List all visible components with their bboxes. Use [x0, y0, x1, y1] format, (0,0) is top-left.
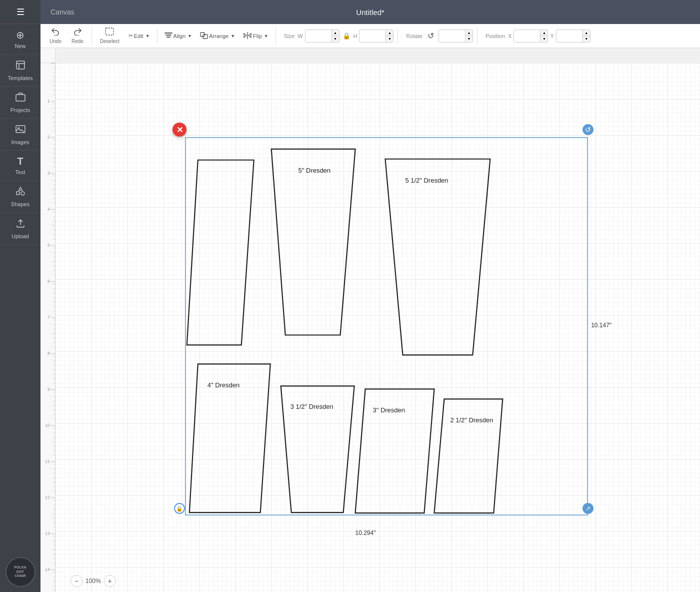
arrange-button[interactable]: Arrange ▼	[197, 30, 238, 42]
height-input-wrap[interactable]: 10.147 ▲ ▼	[359, 30, 394, 43]
lock-handle[interactable]: 🔒	[174, 503, 185, 514]
rotate-input-wrap[interactable]: 0 ▲ ▼	[438, 30, 473, 43]
x-up-button[interactable]: ▲	[540, 30, 548, 36]
position-label: Position	[486, 33, 505, 39]
shape-5inch-label: 5" Dresden	[298, 167, 330, 174]
svg-rect-9	[166, 37, 170, 38]
position-group: Position X 3.629 ▲ ▼ Y 3.774 ▲ ▼	[486, 30, 590, 43]
y-input[interactable]: 3.774	[556, 30, 582, 43]
svg-rect-5	[16, 192, 20, 195]
flip-label: Flip	[253, 33, 262, 39]
y-input-wrap[interactable]: 3.774 ▲ ▼	[556, 30, 590, 43]
svg-rect-1	[16, 95, 25, 101]
svg-rect-6	[106, 28, 114, 35]
text-icon: T	[17, 156, 23, 167]
document-title: Untitled*	[356, 8, 384, 17]
topbar: Canvas Untitled*	[40, 0, 700, 24]
rotate-input[interactable]: 0	[439, 30, 465, 43]
rotate-down-button[interactable]: ▼	[466, 36, 472, 42]
x-down-button[interactable]: ▼	[540, 36, 548, 42]
toolbar-sep-3	[276, 28, 276, 44]
rotate-icon: ↺	[426, 31, 436, 42]
toolbar: Undo Redo Deselect ✂ Edit ▼	[40, 24, 700, 48]
sidebar-item-shapes[interactable]: Shapes	[0, 181, 40, 213]
edit-label: Edit	[134, 33, 144, 39]
sidebar-new-label: New	[14, 43, 26, 49]
sidebar-item-new[interactable]: ⊕ New	[0, 24, 40, 55]
width-input[interactable]: 10.294	[306, 30, 332, 43]
sidebar-item-text[interactable]: T Text	[0, 151, 40, 181]
sidebar-item-projects[interactable]: Projects	[0, 87, 40, 119]
sidebar-item-upload[interactable]: Upload	[0, 213, 40, 245]
rotate-up-button[interactable]: ▲	[466, 30, 472, 36]
flip-icon	[243, 32, 252, 41]
lock-icon: 🔒	[342, 32, 350, 40]
height-up-button[interactable]: ▲	[386, 30, 393, 36]
shape-3inch-label: 3" Dresden	[373, 406, 405, 414]
scale-handle[interactable]: ↗	[582, 503, 594, 514]
align-chevron-icon: ▼	[188, 34, 192, 39]
templates-icon	[15, 60, 26, 73]
width-input-wrap[interactable]: 10.294 ▲ ▼	[305, 30, 340, 43]
flip-button[interactable]: Flip ▼	[240, 30, 272, 43]
shape-2half-inch-label: 2 1/2" Dresden	[450, 416, 493, 424]
redo-button[interactable]: Redo	[68, 26, 88, 46]
y-up-button[interactable]: ▲	[583, 30, 590, 36]
height-dim-label: 10.147"	[591, 322, 612, 329]
zoom-level: 100%	[86, 577, 101, 584]
toolbar-sep-1	[92, 28, 92, 44]
arrange-chevron-icon: ▼	[230, 34, 235, 39]
height-label: H	[354, 33, 358, 39]
size-group: Size W 10.294 ▲ ▼ 🔒 H 10.147 ▲ ▼	[284, 30, 394, 43]
new-icon: ⊕	[16, 29, 24, 41]
sidebar-item-images[interactable]: Images	[0, 119, 40, 151]
svg-rect-0	[16, 61, 24, 69]
toolbar-sep-4	[398, 28, 398, 44]
x-input[interactable]: 3.629	[514, 30, 540, 43]
undo-icon	[51, 28, 60, 38]
sidebar-images-label: Images	[11, 139, 29, 145]
shapes-icon	[15, 186, 26, 199]
upload-icon	[15, 218, 26, 231]
shape-4inch-label: 4" Dresden	[208, 381, 240, 389]
shape-5half-inch-label: 5 1/2" Dresden	[405, 177, 448, 184]
selection-box	[186, 138, 588, 515]
sidebar-shapes-label: Shapes	[11, 201, 30, 207]
y-down-button[interactable]: ▼	[583, 36, 590, 42]
grid-canvas[interactable]: 5" Dresden 5 1/2" Dresden 4" Dresden 3 1…	[56, 63, 700, 592]
svg-point-4	[21, 192, 24, 195]
width-down-button[interactable]: ▼	[332, 36, 339, 42]
delete-button[interactable]: ✕	[172, 123, 186, 137]
canvas-area[interactable]: 12345678910111213141516 1234567891011121…	[40, 48, 700, 592]
ruler-corner	[40, 48, 56, 63]
width-up-button[interactable]: ▲	[332, 30, 339, 36]
shape-5half-inch	[385, 159, 490, 355]
x-input-wrap[interactable]: 3.629 ▲ ▼	[514, 30, 548, 43]
sidebar-upload-label: Upload	[12, 233, 29, 239]
shape-3half-inch-label: 3 1/2" Dresden	[290, 403, 334, 410]
main-panel: Canvas Untitled* Undo Redo Deselect	[40, 0, 700, 592]
deselect-button[interactable]: Deselect	[96, 26, 124, 46]
rotate-handle[interactable]: ↺	[582, 124, 594, 135]
toolbar-sep-5	[477, 28, 478, 44]
edit-button[interactable]: ✂ Edit ▼	[126, 31, 153, 41]
svg-rect-8	[166, 35, 172, 36]
flip-chevron-icon: ▼	[264, 34, 268, 39]
height-down-button[interactable]: ▼	[386, 36, 393, 42]
align-button[interactable]: Align ▼	[162, 30, 195, 42]
sidebar-item-templates[interactable]: Templates	[0, 55, 40, 87]
zoom-in-button[interactable]: +	[104, 575, 116, 587]
y-label: Y	[550, 33, 554, 39]
width-dim-label: 10.294"	[356, 529, 376, 536]
projects-icon	[15, 92, 26, 105]
undo-label: Undo	[50, 39, 62, 44]
logo: POLKADOTCHAIR	[0, 552, 40, 592]
ruler-vertical: 12345678910111213141516	[40, 63, 56, 592]
height-input[interactable]: 10.147	[360, 30, 386, 43]
deselect-icon	[105, 28, 114, 38]
grid-background: 5" Dresden 5 1/2" Dresden 4" Dresden 3 1…	[56, 63, 700, 592]
zoom-out-button[interactable]: −	[70, 575, 82, 587]
sidebar-templates-label: Templates	[8, 75, 32, 81]
undo-button[interactable]: Undo	[46, 26, 66, 46]
hamburger-menu[interactable]: ☰	[0, 0, 40, 24]
